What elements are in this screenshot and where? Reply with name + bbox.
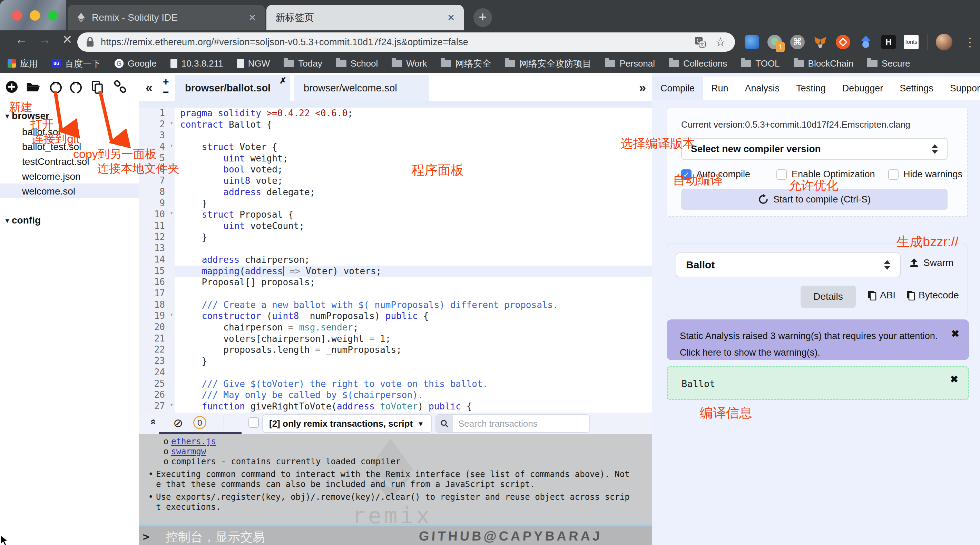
panel-tab-debugger[interactable]: Debugger <box>834 76 892 100</box>
browser-tab-newtab[interactable]: 新标签页 ✕ <box>266 5 464 30</box>
close-success-icon[interactable]: ✖ <box>950 373 958 385</box>
bookmark-应用[interactable]: 应用 <box>8 57 38 70</box>
checkbox-icon[interactable] <box>888 169 899 180</box>
fold-icon[interactable]: ▾ <box>170 142 173 149</box>
forward-icon[interactable]: → <box>39 32 51 47</box>
editor-tab-ballot[interactable]: browser/ballot.sol ✗ <box>175 75 290 101</box>
chrome-menu-icon[interactable]: ⋮ <box>961 35 979 49</box>
fold-icon[interactable]: ▾ <box>170 210 173 216</box>
close-editor-tab-icon[interactable]: ✗ <box>280 76 286 86</box>
extension-command-icon[interactable]: ⌘ <box>790 35 805 49</box>
address-bar[interactable]: https://remix.ethereum.org/#version=solj… <box>77 32 735 52</box>
file-item-ballot_test.sol[interactable]: ballot_test.sol <box>0 139 139 154</box>
code-lines[interactable]: pragma solidity >=0.4.22 <0.6.0;contract… <box>175 108 652 413</box>
panel-tab-support[interactable]: Support <box>942 76 980 100</box>
bookmark-Today[interactable]: Today <box>284 58 322 69</box>
copy-to-panel-icon[interactable] <box>91 80 104 94</box>
panel-tabs: CompileRunAnalysisTestingDebuggerSetting… <box>652 76 980 100</box>
panel-tab-testing[interactable]: Testing <box>788 76 834 100</box>
collapse-terminal-icon[interactable]: « <box>148 419 160 425</box>
copy-bytecode-button[interactable]: Bytecode <box>906 290 959 301</box>
open-file-icon[interactable] <box>26 80 40 94</box>
file-item-testContract.sol[interactable]: testContract.sol <box>0 154 139 169</box>
fold-icon[interactable]: ▾ <box>170 311 173 318</box>
minimize-window-button[interactable] <box>30 10 40 21</box>
auto-compile-checkbox[interactable]: ✓ Auto compile <box>681 169 750 180</box>
terminal-link[interactable]: ethers.js <box>171 437 648 447</box>
start-compile-button[interactable]: Start to compile (Ctrl-S) <box>681 189 948 210</box>
translate-icon[interactable]: G 文 <box>694 36 706 48</box>
contract-select[interactable]: Ballot <box>676 253 900 277</box>
bookmark-网络安全[interactable]: 网络安全 <box>441 57 491 70</box>
details-button[interactable]: Details <box>800 286 856 308</box>
fold-icon[interactable]: ▾ <box>170 402 173 408</box>
file-item-ballot.sol[interactable]: ballot.sol <box>0 124 139 139</box>
clear-console-icon[interactable]: ⊘ <box>173 416 183 430</box>
panel-tab-run[interactable]: Run <box>703 76 737 100</box>
github-import-icon[interactable] <box>69 80 83 94</box>
stop-icon[interactable]: ✕ <box>62 32 72 47</box>
publish-swarm-button[interactable]: Swarm <box>909 257 953 269</box>
enable-optimization-checkbox[interactable]: Enable Optimization <box>776 169 875 180</box>
extension-fonts-icon[interactable]: fonts <box>904 35 919 49</box>
folder-browser[interactable]: ▾browser <box>0 108 139 124</box>
extension-metamask-icon[interactable] <box>813 35 827 49</box>
copy-abi-button[interactable]: ABI <box>867 290 896 301</box>
bookmark-TOOL[interactable]: TOOL <box>741 58 780 69</box>
extension-search-icon[interactable] <box>745 35 759 49</box>
bookmark-NGW[interactable]: NGW <box>237 58 270 69</box>
extension-blue-kite-icon[interactable] <box>859 35 873 49</box>
github-publish-icon[interactable] <box>49 80 63 94</box>
search-transactions-input[interactable]: Search transactions <box>436 414 590 433</box>
panel-tab-settings[interactable]: Settings <box>891 76 942 100</box>
bookmark-Google[interactable]: GGoogle <box>115 58 157 69</box>
terminal-output[interactable]: remix oethers.jsoswarmgwocompilers - con… <box>139 434 652 524</box>
checkbox-checked-icon[interactable]: ✓ <box>681 169 692 180</box>
bookmark-School[interactable]: School <box>336 58 378 69</box>
editor-tab-welcome[interactable]: browser/welcome.sol <box>294 75 429 101</box>
terminal-link[interactable]: swarmgw <box>171 447 648 457</box>
code-line-25: /// Give $(toVoter) the right to vote on… <box>175 378 652 390</box>
collapse-left-icon[interactable]: « <box>146 81 153 95</box>
listen-network-checkbox[interactable] <box>248 417 259 428</box>
close-warning-icon[interactable]: ✖ <box>951 326 959 342</box>
close-tab-icon[interactable]: ✕ <box>447 13 455 23</box>
fold-icon[interactable]: ▾ <box>170 120 173 126</box>
bookmark-百度一下[interactable]: du百度一下 <box>52 57 101 70</box>
extension-orange-icon[interactable] <box>836 35 850 49</box>
browser-tab-remix[interactable]: Remix - Solidity IDE ✕ <box>68 5 265 30</box>
expand-right-icon[interactable]: » <box>639 81 646 95</box>
transactions-filter-dropdown[interactable]: [2] only remix transactions, script ▾ <box>262 414 432 433</box>
bookmark-网络安全攻防项目[interactable]: 网络安全攻防项目 <box>505 57 591 70</box>
close-tab-icon[interactable]: ✕ <box>248 13 256 23</box>
bookmark-10.3.8.211[interactable]: 10.3.8.211 <box>170 58 223 69</box>
bookmark-Personal[interactable]: Personal <box>605 58 655 69</box>
compiler-version-select[interactable]: Select new compiler version <box>681 138 948 160</box>
extension-h-icon[interactable]: H <box>881 35 896 49</box>
hide-warnings-checkbox[interactable]: Hide warnings <box>888 169 963 180</box>
code-editor[interactable]: « + − browser/ballot.sol ✗ browser/welco… <box>139 73 652 413</box>
static-analysis-warning[interactable]: Static Analysis raised 3 warning(s) that… <box>667 319 969 360</box>
zoom-out-icon[interactable]: − <box>163 86 169 98</box>
bookmark-Collections[interactable]: Collections <box>669 58 727 69</box>
bookmark-star-icon[interactable]: ☆ <box>715 35 726 49</box>
profile-avatar[interactable] <box>936 34 952 50</box>
bookmark-BlockChain[interactable]: BlockChain <box>794 58 854 69</box>
zoom-in-icon[interactable]: + <box>163 76 169 87</box>
new-tab-button[interactable]: + <box>473 8 492 27</box>
panel-tab-compile[interactable]: Compile <box>652 76 703 100</box>
terminal-prompt-row[interactable]: > 控制台，显示交易 GITHUB@CAPYBARAJ <box>139 524 652 545</box>
checkbox-icon[interactable] <box>776 169 787 180</box>
extension-proxy-icon[interactable]: 1 <box>767 35 782 49</box>
bookmark-Secure[interactable]: Secure <box>867 58 910 69</box>
new-file-icon[interactable] <box>5 80 19 94</box>
bookmark-Work[interactable]: Work <box>391 58 427 69</box>
connect-localhost-icon[interactable] <box>113 80 127 94</box>
close-window-button[interactable] <box>12 10 22 21</box>
file-item-welcome.json[interactable]: welcome.json <box>0 169 139 184</box>
folder-config[interactable]: ▾config <box>0 212 139 229</box>
maximize-window-button[interactable] <box>48 10 58 21</box>
back-icon[interactable]: ← <box>15 32 28 47</box>
file-item-welcome.sol[interactable]: welcome.sol <box>0 184 139 199</box>
panel-tab-analysis[interactable]: Analysis <box>737 76 788 100</box>
